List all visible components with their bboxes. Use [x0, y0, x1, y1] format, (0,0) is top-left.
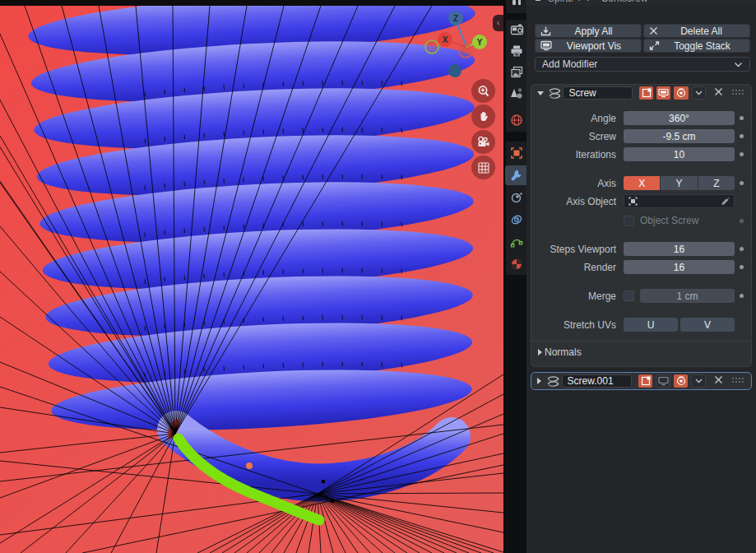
navigation-gizmo[interactable]: Z X Y [423, 7, 494, 85]
expand-triangle-icon[interactable] [537, 378, 541, 384]
gizmo-x-label: X [443, 35, 448, 44]
viewport-display-toggle[interactable] [656, 374, 670, 388]
material-sphere-icon [510, 258, 523, 271]
steps-viewport-slider[interactable]: 16 [624, 242, 735, 256]
screw-modifier-panel: Screw [531, 84, 752, 367]
tab-view-layer[interactable] [506, 63, 527, 82]
tab-render[interactable] [506, 20, 527, 40]
delete-modifier-button[interactable] [714, 375, 723, 387]
edit-mode-toggle[interactable] [638, 374, 652, 388]
object-screw-checkbox[interactable] [624, 216, 634, 226]
zoom-button[interactable] [471, 79, 495, 103]
axis-label: Axis [536, 178, 624, 189]
breadcrumb-data: Corkscrew [601, 0, 648, 4]
render-icon [676, 88, 686, 98]
viewport-vis-button[interactable]: Viewport Vis [535, 39, 642, 53]
monitor-icon [658, 88, 669, 98]
merge-distance-field[interactable]: 1 cm [640, 289, 735, 303]
chevron-down-icon [734, 62, 743, 67]
monitor-icon [658, 376, 669, 386]
viewport-display-toggle[interactable] [656, 86, 670, 100]
properties-panel: Spiral › Corkscrew Apply All Delete All [526, 0, 756, 553]
tab-material[interactable] [506, 254, 527, 274]
grid-icon [477, 161, 490, 174]
gizmo-minus-z-ball[interactable] [448, 64, 461, 77]
hand-icon [477, 110, 490, 123]
axis-y-button[interactable]: Y [661, 176, 697, 190]
camera-view-button[interactable] [471, 130, 495, 154]
chevron-down-icon [695, 379, 703, 383]
keyframe-dot[interactable] [740, 116, 744, 120]
axis-x-button[interactable]: X [624, 176, 660, 190]
screw001-modifier-header[interactable]: Screw.001 [531, 373, 751, 389]
breadcrumb: Spiral › Corkscrew [526, 0, 756, 6]
tab-tool[interactable] [506, 0, 527, 8]
physics-icon [510, 213, 523, 226]
angle-label: Angle [536, 113, 624, 124]
object-icon [533, 0, 543, 3]
keyframe-dot[interactable] [740, 181, 744, 185]
add-modifier-dropdown[interactable]: Add Modifier [535, 57, 750, 72]
screw-modifier-header[interactable]: Screw [531, 85, 751, 101]
keyframe-dot[interactable] [740, 134, 744, 138]
toggle-stack-icon [649, 40, 660, 51]
apply-all-icon [540, 26, 551, 36]
tool-icon [510, 0, 523, 5]
eyedropper-icon[interactable] [720, 196, 730, 207]
tab-particles[interactable] [506, 188, 527, 207]
screw001-modifier-panel: Screw.001 [531, 372, 752, 390]
tab-scene[interactable] [506, 84, 527, 104]
angle-slider[interactable]: 360° [624, 111, 735, 125]
tab-object[interactable] [506, 143, 527, 163]
tab-output[interactable] [506, 41, 527, 61]
keyframe-dot[interactable] [740, 265, 744, 269]
tab-object-data[interactable] [506, 232, 527, 252]
collapse-triangle-icon[interactable] [537, 91, 544, 95]
render-display-toggle[interactable] [674, 374, 688, 388]
edit-mode-toggle[interactable] [639, 86, 653, 100]
tab-physics[interactable] [506, 210, 527, 230]
gizmo-y-label: Y [477, 38, 483, 47]
delete-modifier-button[interactable] [714, 87, 723, 99]
iterations-slider[interactable]: 10 [624, 147, 735, 161]
apply-all-button[interactable]: Apply All [535, 24, 642, 38]
drag-handle[interactable] [732, 90, 745, 96]
drag-handle[interactable] [732, 378, 745, 384]
apply-all-label: Apply All [551, 26, 636, 37]
gizmo-minus-x-ball[interactable] [459, 44, 472, 58]
tab-modifiers[interactable] [505, 165, 527, 185]
tab-world[interactable] [506, 110, 527, 130]
3d-viewport[interactable]: Z X Y [0, 0, 503, 553]
screw-slider[interactable]: -9.5 cm [624, 129, 735, 143]
merge-checkbox[interactable] [624, 290, 634, 301]
keyframe-dot[interactable] [740, 294, 744, 298]
axis-object-field[interactable] [624, 194, 735, 208]
delete-all-button[interactable]: Delete All [643, 24, 750, 38]
stretch-u-button[interactable]: U [624, 318, 678, 332]
gizmo-minus-y-ball[interactable] [425, 40, 438, 53]
particles-icon [510, 191, 523, 204]
screw-modifier-icon [548, 87, 560, 100]
stretch-v-button[interactable]: V [680, 318, 735, 332]
sidebar-toggle-arrow[interactable]: ‹ [493, 15, 503, 31]
keyframe-dot[interactable] [740, 152, 744, 156]
modifier-tools-toolbar: Apply All Delete All Viewport Vis [535, 24, 750, 53]
layers-icon [510, 66, 523, 79]
edit-mode-icon [641, 376, 651, 386]
render-steps-slider[interactable]: 16 [624, 260, 735, 274]
modifier-extras-dropdown[interactable] [692, 86, 706, 100]
keyframe-dot[interactable] [740, 247, 744, 251]
render-display-toggle[interactable] [674, 86, 688, 100]
modifier-extras-dropdown[interactable] [691, 374, 706, 388]
data-icon [587, 0, 596, 3]
merge-label: Merge [536, 290, 624, 302]
toggle-stack-button[interactable]: Toggle Stack [643, 39, 750, 53]
pan-button[interactable] [471, 105, 495, 128]
keyframe-dot[interactable] [740, 219, 744, 223]
screw-modifier-icon [546, 375, 559, 388]
normals-subpanel-header[interactable]: Normals [531, 341, 751, 358]
perspective-toggle-button[interactable] [471, 156, 495, 179]
axis-z-button[interactable]: Z [698, 176, 735, 190]
modifier-name-input[interactable]: Screw [563, 86, 633, 100]
modifier-name-input[interactable]: Screw.001 [562, 374, 632, 388]
